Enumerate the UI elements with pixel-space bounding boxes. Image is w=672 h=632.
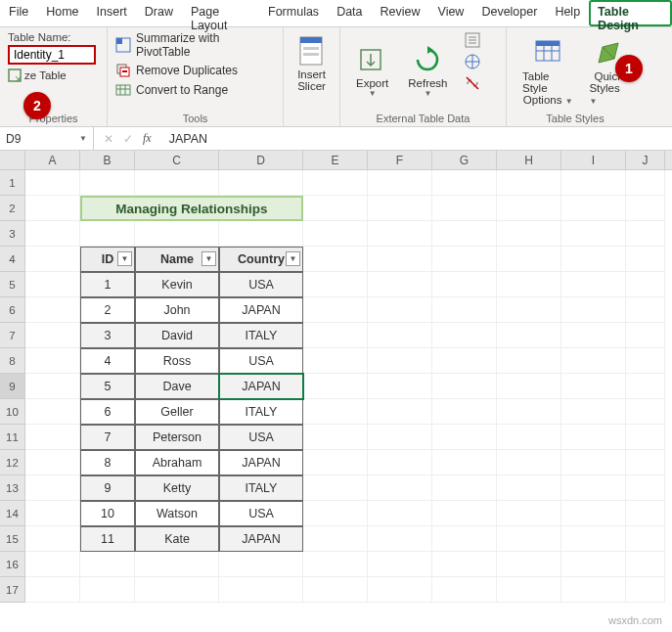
cell-H10[interactable]: [497, 399, 561, 425]
cell-D17[interactable]: [219, 577, 303, 603]
cell-F7[interactable]: [368, 323, 432, 348]
cell-H11[interactable]: [497, 425, 561, 450]
select-all-corner[interactable]: [0, 151, 25, 169]
cell-A16[interactable]: [25, 552, 80, 577]
table-row[interactable]: 9: [80, 475, 135, 501]
cell-J1[interactable]: [626, 170, 665, 196]
cell-E10[interactable]: [303, 399, 368, 425]
cell-C9[interactable]: Dave: [135, 374, 219, 399]
refresh-button[interactable]: Refresh ▼: [400, 31, 455, 111]
tab-home[interactable]: Home: [37, 0, 87, 26]
cell-H4[interactable]: [497, 247, 561, 272]
cell-B16[interactable]: [80, 552, 135, 577]
cell-H13[interactable]: [497, 475, 561, 501]
cell-H14[interactable]: [497, 501, 561, 526]
tab-insert[interactable]: Insert: [88, 0, 136, 26]
col-header-D[interactable]: D: [219, 151, 303, 169]
cell-G8[interactable]: [432, 348, 497, 374]
tab-help[interactable]: Help: [546, 0, 589, 26]
row-header-4[interactable]: 4: [0, 247, 25, 272]
cell-F9[interactable]: [368, 374, 432, 399]
cell-J5[interactable]: [626, 272, 665, 297]
cell-G13[interactable]: [432, 475, 497, 501]
cell-J3[interactable]: [626, 221, 665, 247]
cell-I10[interactable]: [561, 399, 626, 425]
cell-D15[interactable]: JAPAN: [219, 526, 303, 552]
row-header-2[interactable]: 2: [0, 196, 25, 221]
cell-G9[interactable]: [432, 374, 497, 399]
cell-I5[interactable]: [561, 272, 626, 297]
cell-J14[interactable]: [626, 501, 665, 526]
filter-icon[interactable]: ▼: [286, 251, 300, 266]
title-cell[interactable]: Managing Relationships: [80, 196, 303, 221]
convert-range-button[interactable]: Convert to Range: [115, 82, 275, 98]
row-header-11[interactable]: 11: [0, 425, 25, 450]
cell-E8[interactable]: [303, 348, 368, 374]
cell-G15[interactable]: [432, 526, 497, 552]
cell-I12[interactable]: [561, 450, 626, 475]
cell-F12[interactable]: [368, 450, 432, 475]
cell-F15[interactable]: [368, 526, 432, 552]
resize-table-button[interactable]: ze Table: [8, 68, 99, 82]
cell-E7[interactable]: [303, 323, 368, 348]
cell-F10[interactable]: [368, 399, 432, 425]
table-header-name[interactable]: Name▼: [135, 247, 219, 272]
cell-A8[interactable]: [25, 348, 80, 374]
col-header-B[interactable]: B: [80, 151, 135, 169]
cell-J2[interactable]: [626, 196, 665, 221]
row-header-13[interactable]: 13: [0, 475, 25, 501]
cell-I3[interactable]: [561, 221, 626, 247]
col-header-G[interactable]: G: [432, 151, 497, 169]
cell-J11[interactable]: [626, 425, 665, 450]
cell-F14[interactable]: [368, 501, 432, 526]
enter-icon[interactable]: ✓: [123, 132, 133, 146]
cell-E4[interactable]: [303, 247, 368, 272]
cell-G10[interactable]: [432, 399, 497, 425]
col-header-E[interactable]: E: [303, 151, 368, 169]
table-header-country[interactable]: Country▼: [219, 247, 303, 272]
row-header-1[interactable]: 1: [0, 170, 25, 196]
remove-duplicates-button[interactable]: Remove Duplicates: [115, 63, 275, 78]
insert-slicer-button[interactable]: Insert Slicer: [291, 31, 332, 96]
cell-C15[interactable]: Kate: [135, 526, 219, 552]
properties-icon[interactable]: [464, 31, 481, 49]
cell-J4[interactable]: [626, 247, 665, 272]
cell-J15[interactable]: [626, 526, 665, 552]
cell-H1[interactable]: [497, 170, 561, 196]
export-button[interactable]: Export ▼: [348, 31, 396, 111]
cell-A12[interactable]: [25, 450, 80, 475]
cell-I4[interactable]: [561, 247, 626, 272]
cell-I13[interactable]: [561, 475, 626, 501]
cell-G16[interactable]: [432, 552, 497, 577]
cell-H2[interactable]: [497, 196, 561, 221]
formula-input[interactable]: JAPAN: [161, 132, 672, 146]
cell-J13[interactable]: [626, 475, 665, 501]
cell-J6[interactable]: [626, 297, 665, 323]
tab-table-design[interactable]: Table Design: [589, 0, 672, 26]
cancel-icon[interactable]: ✕: [104, 132, 113, 146]
cell-J7[interactable]: [626, 323, 665, 348]
cell-F2[interactable]: [368, 196, 432, 221]
cell-D10[interactable]: ITALY: [219, 399, 303, 425]
cell-G7[interactable]: [432, 323, 497, 348]
cell-J17[interactable]: [626, 577, 665, 603]
cell-B3[interactable]: [80, 221, 135, 247]
cell-C8[interactable]: Ross: [135, 348, 219, 374]
cell-D1[interactable]: [219, 170, 303, 196]
cell-A10[interactable]: [25, 399, 80, 425]
table-row[interactable]: 1: [80, 272, 135, 297]
row-header-16[interactable]: 16: [0, 552, 25, 577]
cell-D14[interactable]: USA: [219, 501, 303, 526]
cell-A13[interactable]: [25, 475, 80, 501]
cell-I8[interactable]: [561, 348, 626, 374]
cell-G11[interactable]: [432, 425, 497, 450]
row-header-17[interactable]: 17: [0, 577, 25, 603]
cell-C11[interactable]: Peterson: [135, 425, 219, 450]
cell-I2[interactable]: [561, 196, 626, 221]
cell-F13[interactable]: [368, 475, 432, 501]
open-browser-icon[interactable]: [464, 53, 481, 70]
cell-H7[interactable]: [497, 323, 561, 348]
cell-F16[interactable]: [368, 552, 432, 577]
cell-F4[interactable]: [368, 247, 432, 272]
tab-page-layout[interactable]: Page Layout: [182, 0, 259, 26]
